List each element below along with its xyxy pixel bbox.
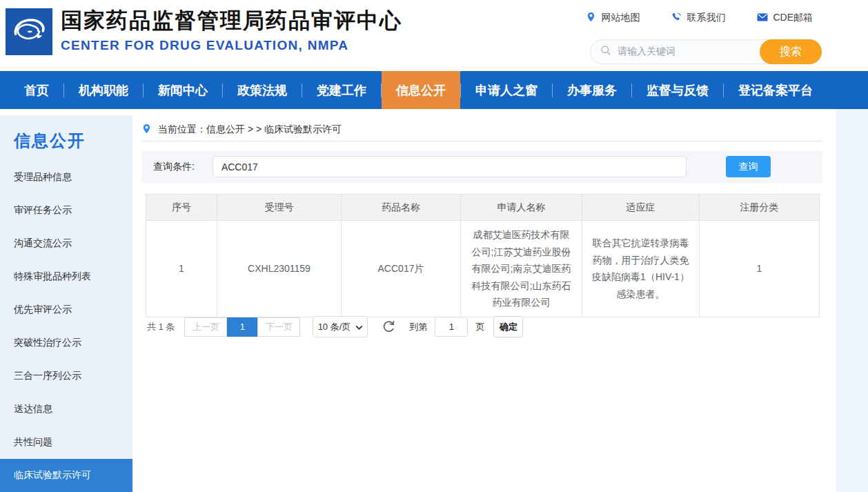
sidebar-item-accepted-varieties[interactable]: 受理品种信息 — [0, 161, 132, 194]
goto-page-unit: 页 — [475, 321, 484, 333]
query-button[interactable]: 查询 — [726, 156, 771, 177]
sidebar-title: 信息公开 — [0, 115, 132, 161]
mail-icon — [757, 12, 768, 24]
site-header: 国家药品监督管理局药品审评中心 CENTER FOR DRUG EVALUATI… — [0, 0, 868, 71]
search-button[interactable]: 搜索 — [760, 39, 822, 64]
nav-item-applicant-window[interactable]: 申请人之窗 — [461, 71, 552, 109]
breadcrumb-pin-icon — [141, 124, 152, 136]
site-title: 国家药品监督管理局药品审评中心 — [61, 8, 402, 33]
column-header-seq: 序号 — [146, 195, 217, 221]
header-utility-links: 网站地图 联系我们 CDE邮箱 — [586, 12, 813, 24]
results-table: 序号 受理号 药品名称 申请人名称 适应症 注册分类 1 CXHL2301159… — [146, 194, 820, 317]
pagination: 共 1 条 上一页 1 下一页 10 条/页 到第 页 确定 — [147, 316, 523, 337]
column-header-applicant: 申请人名称 — [461, 195, 582, 221]
main-nav: 首页 机构职能 新闻中心 政策法规 党建工作 信息公开 申请人之窗 办事服务 监… — [0, 71, 868, 109]
cell-indication: 联合其它抗逆转录病毒药物，用于治疗人类免疫缺陷病毒1（HIV-1）感染患者。 — [582, 221, 700, 317]
goto-page-input[interactable] — [435, 317, 468, 337]
sidebar-item-communication[interactable]: 沟通交流公示 — [0, 227, 132, 260]
nav-item-policies[interactable]: 政策法规 — [223, 71, 302, 109]
sitemap-link-label: 网站地图 — [601, 12, 640, 24]
cell-seq: 1 — [146, 221, 217, 317]
cell-drug-name: ACC017片 — [342, 221, 461, 317]
sidebar: 信息公开 受理品种信息 审评任务公示 沟通交流公示 特殊审批品种列表 优先审评公… — [0, 115, 132, 492]
sidebar-item-three-in-one[interactable]: 三合一序列公示 — [0, 360, 132, 393]
column-header-drug-name: 药品名称 — [342, 195, 461, 221]
refresh-icon[interactable] — [382, 320, 395, 333]
breadcrumb: 当前位置：信息公开 > > 临床试验默示许可 — [141, 118, 822, 141]
confirm-button[interactable]: 确定 — [493, 316, 523, 337]
query-condition-label: 查询条件: — [153, 161, 195, 173]
search-icon — [600, 45, 611, 59]
page-background-band — [836, 109, 868, 492]
phone-icon — [671, 12, 682, 24]
column-header-registration-class: 注册分类 — [700, 195, 820, 221]
next-page-button[interactable]: 下一页 — [257, 317, 300, 337]
search-placeholder: 请输入关键词 — [618, 46, 675, 58]
pagination-total: 共 1 条 — [147, 321, 175, 333]
page-size-value: 10 条/页 — [318, 321, 351, 333]
cde-logo-icon — [8, 10, 50, 54]
cell-applicant: 成都艾迪医药技术有限公司;江苏艾迪药业股份有限公司;南京艾迪医药科技有限公司;山… — [461, 221, 582, 317]
results-table-header: 序号 受理号 药品名称 申请人名称 适应症 注册分类 — [146, 195, 820, 221]
sidebar-item-delivery-info[interactable]: 送达信息 — [0, 393, 132, 426]
page-size-select[interactable]: 10 条/页 — [313, 316, 368, 337]
sidebar-item-common-issues[interactable]: 共性问题 — [0, 426, 132, 459]
header-search: 请输入关键词 搜索 — [590, 39, 822, 64]
goto-page-label: 到第 — [409, 321, 427, 333]
nav-item-supervision-feedback[interactable]: 监督与反馈 — [632, 71, 723, 109]
cell-acceptance-no: CXHL2301159 — [217, 221, 342, 317]
query-condition-input[interactable] — [213, 156, 687, 177]
breadcrumb-text: 当前位置：信息公开 > > 临床试验默示许可 — [158, 124, 342, 136]
sidebar-item-breakthrough-therapy[interactable]: 突破性治疗公示 — [0, 326, 132, 360]
site-subtitle: CENTER FOR DRUG EVALUATION, NMPA — [61, 38, 402, 53]
cell-registration-class: 1 — [700, 221, 820, 317]
nav-item-information-disclosure[interactable]: 信息公开 — [382, 71, 460, 109]
nav-item-home[interactable]: 首页 — [10, 71, 63, 109]
sidebar-item-priority-review[interactable]: 优先审评公示 — [0, 293, 132, 326]
nav-item-services[interactable]: 办事服务 — [553, 71, 631, 109]
cde-logo — [6, 8, 52, 55]
nav-item-party-building[interactable]: 党建工作 — [302, 71, 381, 109]
sidebar-item-clinical-trial-implied-license[interactable]: 临床试验默示许可 — [0, 459, 132, 492]
contact-link-label: 联系我们 — [687, 12, 725, 24]
column-header-indication: 适应症 — [582, 195, 700, 221]
query-panel: 查询条件: 查询 — [141, 150, 822, 183]
nav-item-news[interactable]: 新闻中心 — [144, 71, 222, 109]
site-title-block: 国家药品监督管理局药品审评中心 CENTER FOR DRUG EVALUATI… — [61, 8, 402, 53]
nav-item-functions[interactable]: 机构职能 — [64, 71, 143, 109]
sitemap-link[interactable]: 网站地图 — [586, 12, 640, 24]
location-pin-icon — [586, 12, 596, 24]
prev-page-button[interactable]: 上一页 — [184, 317, 227, 337]
page-number-button[interactable]: 1 — [227, 317, 257, 337]
nav-item-registration-platform[interactable]: 登记备案平台 — [724, 71, 827, 109]
sidebar-item-special-approval-list[interactable]: 特殊审批品种列表 — [0, 260, 132, 293]
cde-mail-link[interactable]: CDE邮箱 — [757, 12, 813, 24]
sidebar-item-review-tasks[interactable]: 审评任务公示 — [0, 194, 132, 227]
contact-link[interactable]: 联系我们 — [671, 12, 725, 24]
cde-mail-link-label: CDE邮箱 — [773, 12, 813, 24]
chevron-down-icon — [355, 322, 363, 332]
table-row: 1 CXHL2301159 ACC017片 成都艾迪医药技术有限公司;江苏艾迪药… — [146, 221, 820, 317]
column-header-acceptance-no: 受理号 — [217, 195, 342, 221]
main-content: 当前位置：信息公开 > > 临床试验默示许可 查询条件: 查询 序号 受理号 药… — [141, 115, 822, 492]
